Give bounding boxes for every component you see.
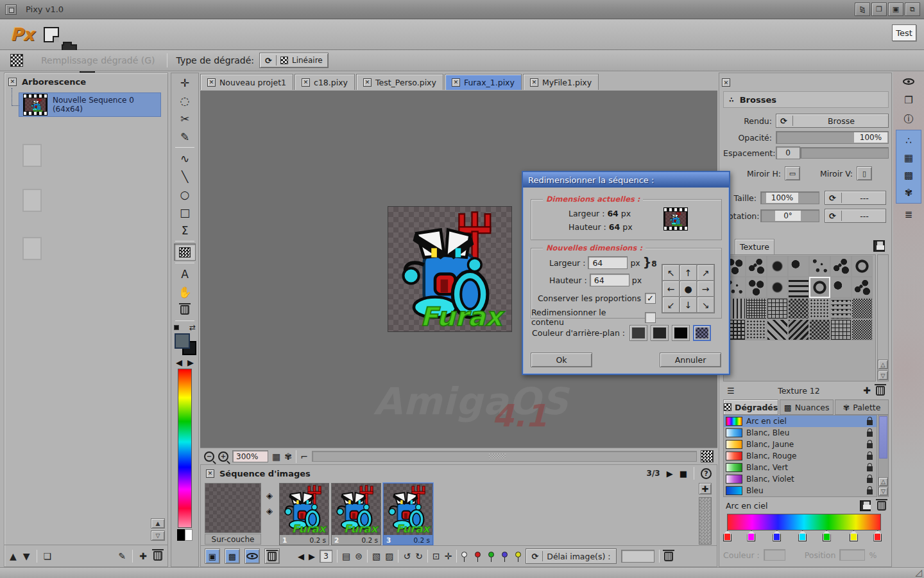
texture-cell[interactable] <box>746 256 767 277</box>
texture-cell[interactable] <box>830 256 851 277</box>
texture-cell[interactable] <box>851 277 873 298</box>
foreground-color-swatch[interactable] <box>175 333 190 349</box>
add-frame-button[interactable]: ✚ <box>699 483 712 495</box>
size-link-cycle[interactable]: ⟳ --- <box>825 191 886 205</box>
texture-cell[interactable] <box>830 319 851 340</box>
gradients-tab-palette[interactable]: ✾Palette <box>835 399 889 415</box>
dialog-title-bar[interactable]: Redimensionner la séquence : <box>523 172 729 188</box>
test-button[interactable]: Test <box>892 24 916 41</box>
hue-gradient-picker[interactable] <box>178 369 192 528</box>
black-swatch[interactable] <box>177 529 185 541</box>
texture-scroll-up[interactable]: △ <box>878 360 888 369</box>
texture-scroll-down[interactable]: ▽ <box>878 371 888 380</box>
tab-c18-pixy[interactable]: ✕c18.pixy <box>295 74 355 90</box>
anchor-cell[interactable]: → <box>697 281 714 297</box>
spacing-input[interactable]: 0 <box>776 146 800 159</box>
rotation-slider[interactable]: 0° <box>760 209 819 222</box>
frame-thumbnail[interactable]: 10.2 s <box>279 483 329 545</box>
title-bar[interactable]: Pixy v1.0 ⧎ ❐ ▣ ⧉ <box>0 0 924 19</box>
gradient-type-cycle[interactable]: ⟳ Linéaire <box>259 53 329 68</box>
curve-tool[interactable]: ∿ <box>174 150 196 167</box>
next-frame-icon[interactable]: ▶ <box>309 552 315 561</box>
texture-cell[interactable] <box>767 319 788 340</box>
link-dimensions-icon[interactable]: }8 <box>643 259 657 267</box>
tab-test-perso-pixy[interactable]: ✕Test_Perso.pixy <box>356 74 443 90</box>
delay-value-input[interactable] <box>621 550 654 563</box>
dock-palette-icon[interactable]: ✾ <box>898 184 920 201</box>
gradient-scroll-down[interactable]: ▽ <box>878 487 888 496</box>
stop-position-input[interactable] <box>839 549 865 561</box>
onion-pin-icon[interactable] <box>475 552 481 557</box>
texture-cell[interactable] <box>851 256 873 277</box>
arborescence-close-icon[interactable]: ✕ <box>8 78 17 86</box>
gradient-stop-marker[interactable] <box>823 530 831 541</box>
anchor-cell[interactable]: ↑ <box>680 265 697 281</box>
save-texture-icon[interactable] <box>873 240 885 252</box>
rotate-left-icon[interactable]: ↺ <box>403 551 411 561</box>
grid-toggle-icon[interactable]: ▦ <box>272 451 280 462</box>
delete-texture-icon[interactable] <box>876 386 885 396</box>
texture-cell[interactable] <box>809 277 830 298</box>
gradient-item[interactable]: Blanc, Vert <box>724 462 877 473</box>
tree-scroll-down[interactable]: ▽ <box>151 530 165 541</box>
delete-gradient-icon[interactable] <box>877 501 886 511</box>
palette-toggle-icon[interactable]: ✾ <box>284 451 292 462</box>
window-resize-handle[interactable]: ◿ <box>915 567 922 577</box>
resize-content-checkbox[interactable] <box>645 312 656 323</box>
rotation-link-cycle[interactable]: ⟳ --- <box>825 209 886 223</box>
add-sequence-icon[interactable]: ✚ <box>139 551 147 561</box>
brushes-close-icon[interactable]: ✕ <box>722 78 730 87</box>
dock-nuances-icon[interactable]: ▩ <box>898 167 920 184</box>
next-color-icon[interactable]: ▶ <box>187 358 194 367</box>
background-color-option[interactable] <box>672 325 690 341</box>
sequence-close-icon[interactable]: ✕ <box>206 469 214 478</box>
lock-icon[interactable] <box>867 478 873 483</box>
gradient-stop-marker[interactable] <box>773 530 781 541</box>
texture-cell[interactable] <box>809 256 830 277</box>
tree-scroll-up[interactable]: ▲ <box>151 518 165 529</box>
preview-eye-icon[interactable] <box>898 73 920 90</box>
crop-tool[interactable]: ✂ <box>174 110 196 127</box>
texture-cell[interactable] <box>809 319 830 340</box>
onion-pin-icon[interactable] <box>488 552 494 557</box>
tab-close-icon[interactable]: ✕ <box>302 78 310 87</box>
zoom-in-icon[interactable]: + <box>218 451 228 462</box>
tab-close-icon[interactable]: ✕ <box>363 78 372 87</box>
new-height-input[interactable]: 64 <box>590 274 629 286</box>
zoom-level-input[interactable]: 300% <box>232 450 268 462</box>
delete-tool[interactable] <box>174 301 196 319</box>
tab-close-icon[interactable]: ✕ <box>530 78 538 87</box>
size-slider[interactable]: 100% <box>760 191 819 204</box>
anchor-cell[interactable]: ● <box>680 281 697 297</box>
move-up-icon[interactable]: ▲ <box>10 551 17 561</box>
layers-copy-icon[interactable]: ❐ <box>898 92 920 109</box>
gradient-stop-marker[interactable] <box>723 530 732 541</box>
cancel-button[interactable]: Annuler <box>660 353 721 367</box>
gradient-item[interactable]: Blanc, Violet <box>724 473 877 485</box>
gradient-item[interactable]: Bleu <box>724 485 877 496</box>
gradient-scroll-up[interactable]: △ <box>878 477 888 486</box>
gradient-scrollbar[interactable]: △ ▽ <box>878 415 889 497</box>
zoom-out-icon[interactable]: − <box>204 451 214 462</box>
anchor-cell[interactable]: ← <box>662 281 680 297</box>
image-properties-icon[interactable]: ⊡ <box>432 551 440 561</box>
move-down-icon[interactable]: ▼ <box>23 551 30 561</box>
ellipse-select-tool[interactable]: ◌ <box>174 92 196 109</box>
sequence-scrollbar[interactable] <box>699 497 712 545</box>
gradient-editor-bar[interactable] <box>727 514 881 530</box>
sequence-tree-item[interactable]: Nouvelle Sequence 0 (64x64) <box>19 92 161 117</box>
gradient-item[interactable]: Arc en ciel <box>724 416 877 427</box>
texture-cell[interactable] <box>809 298 830 319</box>
swap-colors-icon[interactable]: ⇄ <box>189 323 196 332</box>
lock-icon[interactable] <box>867 443 873 448</box>
gradient-stop-marker[interactable] <box>747 530 755 541</box>
overlay-thumbnail[interactable] <box>205 483 261 533</box>
texture-cell[interactable] <box>767 256 788 277</box>
flip-horizontal-icon[interactable]: ▧ <box>372 551 381 561</box>
default-colors-icon[interactable] <box>174 325 179 330</box>
tab-close-icon[interactable]: ✕ <box>452 78 460 87</box>
save-gradient-icon[interactable] <box>860 500 871 511</box>
gradient-item[interactable]: Blanc, Bleu <box>724 427 877 439</box>
play-icon[interactable]: ▶ <box>667 469 673 478</box>
window-depth-button[interactable]: ⧉ <box>905 3 920 16</box>
